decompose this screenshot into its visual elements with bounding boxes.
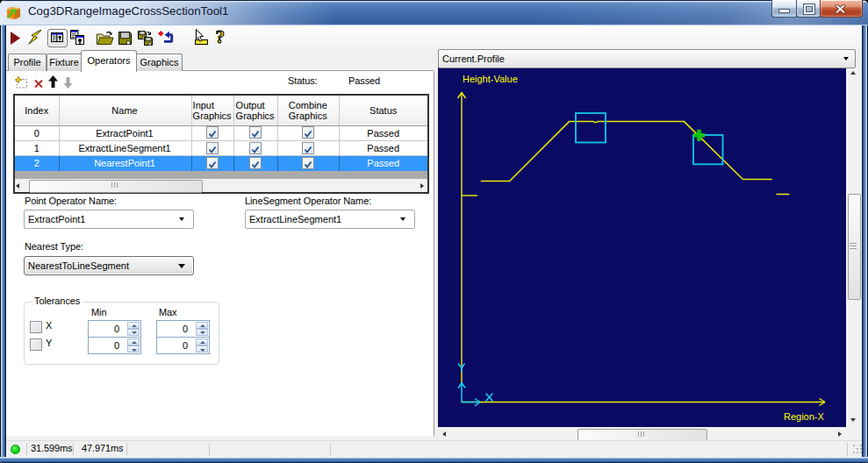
svg-text:?: ? — [216, 28, 226, 46]
svg-text:Region-X: Region-X — [784, 411, 825, 422]
svg-text:Height-Value: Height-Value — [463, 74, 518, 84]
